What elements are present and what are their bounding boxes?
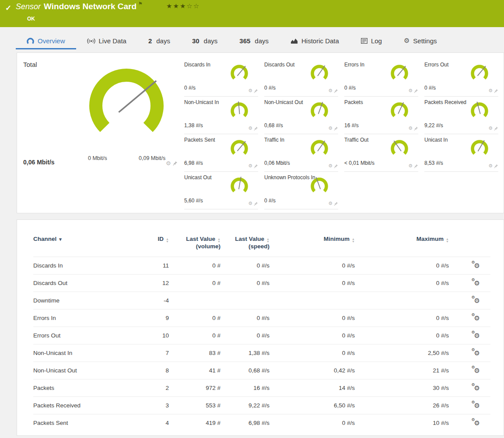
pin-icon[interactable] [334, 202, 338, 206]
channel-settings-icon[interactable]: ⚙⚙ [474, 349, 480, 357]
pin-icon[interactable] [494, 89, 498, 93]
channel-name[interactable]: Non-Unicast In [33, 344, 132, 362]
log-list-icon [361, 38, 368, 44]
gauge-dial [228, 63, 251, 85]
sort-icon[interactable]: ▲▼ [217, 238, 220, 243]
gauge-label: Unicast Out [184, 174, 212, 181]
table-row[interactable]: Errors Out 10 0 # 0 #/s 0 #/s 0 #/s ⚙⚙ [33, 327, 490, 344]
table-row[interactable]: Non-Unicast Out 8 41 # 0,68 #/s 0,42 #/s… [33, 362, 490, 379]
channel-settings-icon[interactable]: ⚙⚙ [474, 279, 480, 287]
pin-icon[interactable] [414, 164, 418, 168]
last-value-volume: 0 # [169, 275, 220, 292]
pin-icon[interactable] [254, 89, 258, 93]
sort-icon[interactable]: ▲▼ [352, 238, 355, 243]
sort-icon[interactable]: ▲▼ [266, 238, 270, 243]
gauge-settings-icon[interactable]: ⚙ [248, 163, 252, 168]
channel-id: 8 [132, 362, 169, 379]
gauge-settings-icon[interactable]: ⚙ [248, 126, 252, 131]
flag-icon[interactable]: ⚑ [138, 1, 143, 6]
channel-settings-icon[interactable]: ⚙⚙ [474, 314, 480, 322]
pin-icon[interactable] [414, 89, 418, 93]
tab-settings[interactable]: ⚙ Settings [393, 33, 448, 49]
tab-live-data[interactable]: Live Data [76, 34, 137, 49]
table-row[interactable]: Packets Sent 4 419 # 6,98 #/s 0 #/s 10 #… [33, 414, 490, 432]
channel-name[interactable]: Packets Sent [33, 414, 132, 432]
tab-historic-data[interactable]: Historic Data [280, 34, 350, 49]
table-row[interactable]: Discards In 11 0 # 0 #/s 0 #/s 0 #/s ⚙⚙ [33, 257, 490, 275]
pin-icon[interactable] [334, 164, 338, 168]
pin-icon[interactable] [494, 164, 498, 168]
channel-settings-icon[interactable]: ⚙⚙ [474, 402, 480, 410]
gauge-settings-icon[interactable]: ⚙ [408, 163, 413, 168]
priority-stars[interactable]: ★★★☆☆ [166, 2, 200, 10]
col-last-value-volume[interactable]: Last Value▲▼ (volume) [169, 236, 220, 257]
pin-icon[interactable] [254, 202, 258, 206]
col-id[interactable]: ID▲▼ [132, 236, 169, 257]
pin-icon[interactable] [254, 164, 258, 168]
channel-settings-icon[interactable]: ⚙⚙ [474, 332, 480, 340]
gauge-icon [27, 38, 34, 44]
channel-name[interactable]: Errors Out [33, 327, 132, 344]
channel-id: 7 [132, 344, 169, 362]
channel-settings-icon[interactable]: ⚙⚙ [474, 297, 480, 305]
gauge-settings-icon[interactable]: ⚙ [408, 126, 413, 131]
table-row[interactable]: Non-Unicast In 7 83 # 1,38 #/s 0 #/s 2,5… [33, 344, 490, 362]
pin-icon[interactable] [494, 126, 498, 131]
col-channel[interactable]: Channel▾ [33, 236, 132, 257]
last-value-speed: 1,38 #/s [220, 344, 270, 362]
col-label: Last Value [186, 236, 215, 242]
channel-name[interactable]: Packets [33, 379, 132, 397]
gauge-value: 6,98 #/s [184, 160, 203, 166]
sort-icon[interactable]: ▲▼ [446, 238, 449, 243]
last-value-speed: 0 #/s [220, 309, 270, 327]
gauge-settings-icon[interactable]: ⚙ [166, 160, 171, 166]
sort-icon[interactable]: ▲▼ [166, 238, 169, 243]
gauge-settings-icon[interactable]: ⚙ [408, 88, 413, 93]
gauge-settings-icon[interactable]: ⚙ [488, 163, 493, 168]
gauge-settings-icon[interactable]: ⚙ [328, 163, 332, 168]
channel-name[interactable]: Errors In [33, 309, 132, 327]
gauge-settings-icon[interactable]: ⚙ [328, 88, 332, 93]
col-last-value-speed[interactable]: Last Value▲▼ (speed) [220, 236, 270, 257]
gauge-value: 16 #/s [344, 122, 359, 129]
last-value-volume: 41 # [169, 362, 220, 379]
gauge-unicast-in: Unicast In 8,53 #/s ⚙ [424, 134, 498, 172]
channel-settings-icon[interactable]: ⚙⚙ [474, 419, 480, 427]
tab-log[interactable]: Log [350, 34, 393, 49]
col-minimum[interactable]: Minimum▲▼ [270, 236, 355, 257]
gauge-settings-icon[interactable]: ⚙ [248, 88, 252, 93]
col-maximum[interactable]: Maximum▲▼ [355, 236, 449, 257]
table-row[interactable]: Discards Out 12 0 # 0 #/s 0 #/s 0 #/s ⚙⚙ [33, 275, 490, 292]
pin-icon[interactable] [414, 126, 418, 131]
tab-2-days[interactable]: 2 days [137, 34, 181, 49]
gauge-settings-icon[interactable]: ⚙ [328, 126, 332, 131]
total-gauge-min: 0 Mbit/s [88, 155, 107, 161]
gauge-settings-icon[interactable]: ⚙ [488, 88, 493, 93]
channel-settings-icon[interactable]: ⚙⚙ [474, 384, 480, 392]
pin-icon[interactable] [173, 161, 178, 166]
channel-name[interactable]: Downtime [33, 292, 132, 309]
channel-name[interactable]: Non-Unicast Out [33, 362, 132, 379]
last-value-speed: 0 #/s [220, 327, 270, 344]
channel-name[interactable]: Packets Received [33, 397, 132, 414]
gauge-dial [308, 63, 331, 85]
tab-overview[interactable]: Overview [16, 34, 76, 49]
table-row[interactable]: Errors In 9 0 # 0 #/s 0 #/s 0 #/s ⚙⚙ [33, 309, 490, 327]
maximum-value [355, 292, 449, 309]
channel-name[interactable]: Discards Out [33, 275, 132, 292]
table-row[interactable]: Packets Received 3 553 # 9,22 #/s 6,50 #… [33, 397, 490, 414]
gauge-settings-icon[interactable]: ⚙ [248, 201, 252, 206]
table-row[interactable]: Downtime -4 ⚙⚙ [33, 292, 490, 309]
tab-30-days[interactable]: 30 days [181, 34, 228, 49]
gauge-settings-icon[interactable]: ⚙ [328, 201, 332, 206]
tab-365-days[interactable]: 365 days [228, 34, 280, 49]
pin-icon[interactable] [334, 126, 338, 131]
channel-settings-icon[interactable]: ⚙⚙ [474, 367, 480, 375]
minimum-value: 0 #/s [270, 414, 355, 432]
channel-name[interactable]: Discards In [33, 257, 132, 275]
table-row[interactable]: Packets 2 972 # 16 #/s 14 #/s 30 #/s ⚙⚙ [33, 379, 490, 397]
channel-settings-icon[interactable]: ⚙⚙ [474, 262, 480, 270]
gauge-settings-icon[interactable]: ⚙ [488, 126, 493, 131]
pin-icon[interactable] [334, 89, 338, 93]
pin-icon[interactable] [254, 126, 258, 131]
